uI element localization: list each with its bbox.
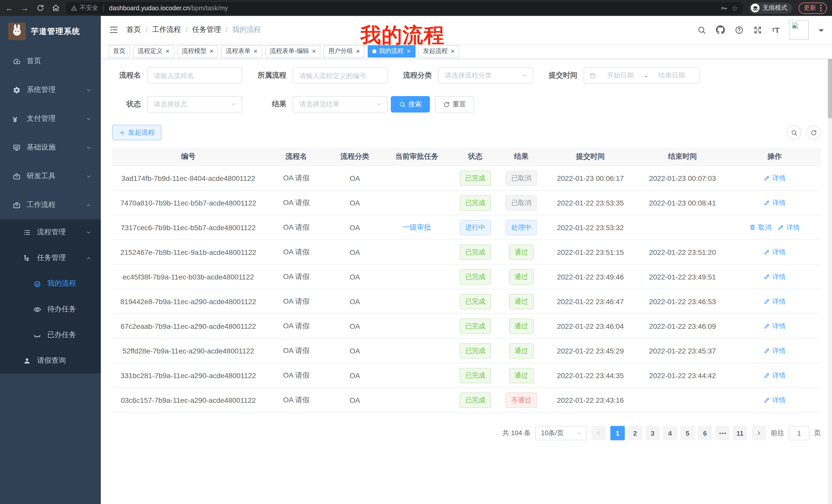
page-button-3[interactable]: 3 bbox=[645, 426, 660, 440]
detail-link[interactable]: 详情 bbox=[763, 321, 786, 331]
detail-link[interactable]: 详情 bbox=[763, 272, 786, 281]
sidebar-item-done-tasks[interactable]: 已办任务 bbox=[0, 322, 101, 348]
close-icon[interactable] bbox=[356, 48, 360, 54]
detail-link[interactable]: 详情 bbox=[763, 173, 786, 183]
close-icon[interactable] bbox=[254, 48, 257, 54]
update-button[interactable]: 更新 bbox=[799, 2, 827, 13]
breadcrumb-home[interactable]: 首页 bbox=[127, 25, 141, 34]
key-icon[interactable] bbox=[721, 4, 728, 11]
detail-link[interactable]: 详情 bbox=[763, 371, 786, 380]
cell-actions: 详情 bbox=[729, 363, 821, 387]
cell-category: OA bbox=[328, 314, 382, 338]
page-scrollbar[interactable] bbox=[828, 16, 832, 504]
cell-result: 处理中 bbox=[498, 215, 544, 240]
cell-process-name: OA 请假 bbox=[265, 215, 328, 240]
tab-home[interactable]: 首页 bbox=[108, 45, 130, 57]
toggle-search-button[interactable] bbox=[787, 125, 801, 140]
result-select[interactable]: 请选择流结果 bbox=[293, 96, 388, 113]
tab-process-form[interactable]: 流程表单 bbox=[221, 45, 262, 57]
detail-link[interactable]: 详情 bbox=[763, 198, 786, 207]
chevron-up-icon bbox=[86, 202, 92, 208]
cell-submit-time: 2022-01-22 23:43:16 bbox=[544, 388, 636, 412]
process-category-select[interactable]: 请选择流程分类 bbox=[438, 67, 533, 84]
close-icon[interactable] bbox=[451, 48, 454, 54]
sidebar-item-my-process[interactable]: 我的流程 bbox=[0, 271, 101, 297]
sidebar-item-leave-query[interactable]: 请假查询 bbox=[0, 348, 101, 373]
refresh-table-button[interactable] bbox=[806, 125, 821, 140]
sidebar-item-home[interactable]: 首页 bbox=[0, 47, 101, 76]
sidebar-item-task-management[interactable]: 任务管理 bbox=[0, 245, 101, 271]
prev-page-button[interactable] bbox=[591, 426, 606, 440]
page-button-11[interactable]: 11 bbox=[733, 426, 747, 440]
cancel-link[interactable]: 取消 bbox=[750, 223, 772, 232]
sidebar-toggle-icon[interactable] bbox=[109, 25, 118, 34]
font-size-icon[interactable]: TT bbox=[772, 25, 780, 34]
home-icon[interactable] bbox=[51, 4, 60, 12]
detail-link[interactable]: 详情 bbox=[763, 247, 786, 257]
table-row: 03c6c157-7b9a-11ec-a290-acde48001122 OA … bbox=[112, 388, 821, 413]
github-icon[interactable] bbox=[716, 25, 725, 34]
page-button-1[interactable]: 1 bbox=[610, 426, 625, 440]
sidebar-item-label: 待办任务 bbox=[47, 305, 76, 314]
breadcrumb-task-management[interactable]: 任务管理 bbox=[192, 25, 221, 34]
monitor-icon bbox=[13, 144, 21, 151]
search-icon bbox=[399, 101, 406, 108]
sidebar: 芋道管理系统 首页 系统管理 ¥ 支付管理 基础设施 bbox=[0, 16, 101, 504]
tab-process-form-edit[interactable]: 流程表单-编辑 bbox=[265, 45, 321, 57]
avatar[interactable] bbox=[789, 20, 809, 39]
reload-icon[interactable] bbox=[36, 4, 44, 12]
goto-page-input[interactable] bbox=[789, 426, 809, 440]
start-process-button[interactable]: 发起流程 bbox=[112, 125, 161, 140]
robot-icon bbox=[33, 280, 41, 287]
detail-link[interactable]: 详情 bbox=[763, 346, 786, 355]
cell-category: OA bbox=[328, 191, 382, 215]
column-header-submit-time: 提交时间 bbox=[544, 147, 636, 165]
user-menu-caret-icon[interactable] bbox=[818, 29, 824, 34]
tab-user-group[interactable]: 用户分组 bbox=[324, 45, 365, 57]
detail-link[interactable]: 详情 bbox=[763, 395, 786, 404]
breadcrumb-workflow[interactable]: 工作流程 bbox=[152, 25, 181, 34]
browser-menu-icon[interactable] bbox=[820, 7, 822, 9]
process-name-input[interactable] bbox=[147, 67, 242, 84]
submit-time-range-picker[interactable]: 开始日期 - 结束日期 bbox=[583, 67, 700, 84]
close-icon[interactable] bbox=[210, 48, 213, 54]
page-button-4[interactable]: 4 bbox=[663, 426, 677, 440]
current-task-link[interactable]: 一级审批 bbox=[402, 223, 431, 232]
sidebar-item-devtools[interactable]: 研发工具 bbox=[0, 162, 101, 191]
close-icon[interactable] bbox=[312, 48, 316, 54]
tab-process-model[interactable]: 流程模型 bbox=[177, 45, 218, 57]
page-size-select[interactable]: 10条/页 bbox=[535, 426, 587, 440]
sidebar-item-todo-tasks[interactable]: 待办任务 bbox=[0, 297, 101, 322]
cell-current-task bbox=[381, 191, 452, 215]
table-header: 编号 流程名 流程分类 当前审批任务 状态 结果 提交时间 结束时间 操作 bbox=[112, 147, 821, 166]
chevron-down-icon bbox=[230, 101, 237, 107]
close-icon[interactable] bbox=[165, 48, 170, 54]
back-icon[interactable]: ← bbox=[5, 4, 14, 12]
fullscreen-icon[interactable] bbox=[753, 25, 762, 34]
reset-button[interactable]: 重置 bbox=[435, 96, 474, 113]
sidebar-item-infrastructure[interactable]: 基础设施 bbox=[0, 133, 101, 162]
bookmark-star-icon[interactable]: ☆ bbox=[731, 4, 738, 11]
sidebar-item-payment[interactable]: ¥ 支付管理 bbox=[0, 104, 101, 133]
page-button-6[interactable]: 6 bbox=[698, 426, 712, 440]
table-row: 7317cec6-7b9b-11ec-b5b7-acde48001122 OA … bbox=[112, 215, 821, 240]
page-button-5[interactable]: 5 bbox=[680, 426, 695, 440]
result-badge: 处理中 bbox=[506, 220, 537, 235]
page-button-2[interactable]: 2 bbox=[628, 426, 642, 440]
sidebar-item-workflow[interactable]: 工作流程 bbox=[0, 191, 101, 219]
status-select[interactable]: 请选择状态 bbox=[147, 96, 242, 113]
search-button[interactable]: 搜索 bbox=[391, 96, 430, 113]
next-page-button[interactable] bbox=[752, 426, 766, 440]
forward-icon[interactable]: → bbox=[21, 4, 29, 12]
more-pages-button[interactable] bbox=[715, 426, 730, 440]
chevron-down-icon bbox=[521, 73, 527, 79]
process-definition-input[interactable] bbox=[293, 67, 388, 84]
help-icon[interactable] bbox=[734, 25, 743, 34]
tab-process-definition[interactable]: 流程定义 bbox=[133, 45, 174, 57]
detail-link[interactable]: 详情 bbox=[778, 223, 800, 232]
detail-link[interactable]: 详情 bbox=[763, 297, 786, 306]
search-icon[interactable] bbox=[697, 25, 706, 34]
sidebar-item-system[interactable]: 系统管理 bbox=[0, 76, 101, 104]
address-bar[interactable]: 不安全 dashboard.yudao.iocoder.cn/bpm/task/… bbox=[66, 2, 743, 14]
sidebar-item-process-management[interactable]: 流程管理 bbox=[0, 219, 101, 245]
